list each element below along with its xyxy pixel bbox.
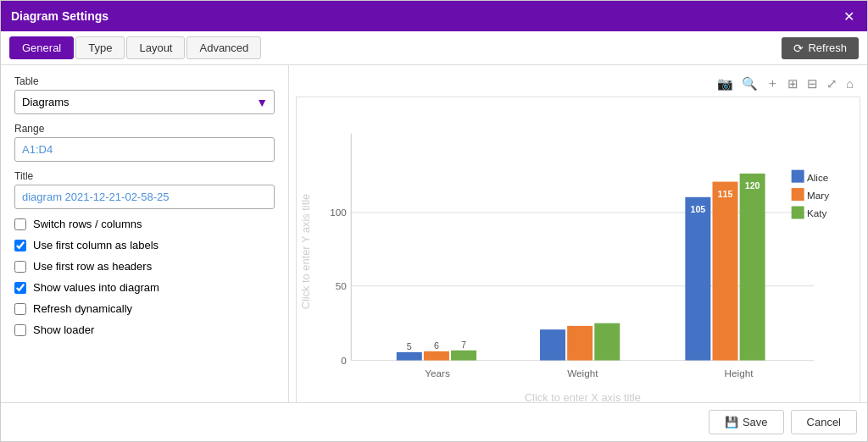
show-loader-checkbox[interactable]	[14, 324, 26, 336]
title-bar: Diagram Settings ✕	[1, 1, 867, 31]
expand-icon[interactable]: ⊞	[786, 74, 800, 93]
show-values-label: Show values into diagram	[33, 281, 159, 294]
zoom-icon[interactable]: 🔍	[740, 74, 760, 93]
svg-text:20: 20	[548, 318, 558, 329]
dialog-container: Diagram Settings ✕ General Type Layout A…	[0, 0, 868, 442]
first-row-label: Use first row as headers	[33, 260, 152, 273]
tab-type[interactable]: Type	[75, 36, 125, 59]
refresh-button[interactable]: ⟳ Refresh	[782, 37, 859, 59]
svg-rect-32	[792, 207, 804, 219]
first-col-checkbox[interactable]	[14, 240, 26, 251]
svg-rect-19	[685, 197, 710, 361]
first-col-label: Use first column as labels	[33, 239, 159, 251]
svg-rect-9	[424, 351, 449, 361]
checkbox-switch-rows: Switch rows / columns	[14, 218, 275, 230]
table-select-wrapper: Diagrams ▼	[14, 90, 275, 114]
cancel-button[interactable]: Cancel	[791, 410, 857, 434]
title-field: Title	[14, 170, 275, 209]
first-row-checkbox[interactable]	[14, 261, 26, 273]
dialog-title: Diagram Settings	[11, 9, 108, 23]
content-area: Table Diagrams ▼ Range Title Switch rows…	[1, 65, 867, 402]
svg-rect-13	[540, 329, 565, 360]
svg-rect-21	[713, 182, 738, 361]
svg-rect-28	[792, 170, 804, 183]
chart-svg: Click to enter Y axis title 0 50 100	[297, 97, 860, 402]
camera-icon[interactable]: 📷	[715, 74, 735, 93]
chart-area: Click to enter Y axis title 0 50 100	[296, 97, 860, 402]
svg-rect-15	[567, 326, 593, 361]
svg-text:Weight: Weight	[567, 367, 598, 378]
svg-rect-11	[451, 351, 476, 361]
cancel-label: Cancel	[807, 416, 841, 428]
checkbox-refresh-dyn: Refresh dynamically	[14, 302, 275, 315]
svg-text:100: 100	[330, 207, 347, 218]
save-button[interactable]: 💾 Save	[709, 410, 784, 434]
show-loader-label: Show loader	[33, 323, 94, 336]
svg-text:24: 24	[602, 312, 612, 322]
refresh-label: Refresh	[808, 41, 847, 54]
tab-general[interactable]: General	[9, 36, 74, 59]
tab-layout[interactable]: Layout	[126, 36, 185, 59]
close-button[interactable]: ✕	[840, 8, 857, 25]
svg-text:0: 0	[341, 355, 347, 366]
right-panel: 📷 🔍 ＋ ⊞ ⊟ ⤢ ⌂ Click to enter Y axis titl…	[289, 65, 867, 402]
svg-text:Alice: Alice	[807, 172, 829, 183]
save-icon: 💾	[725, 416, 738, 428]
title-input[interactable]	[14, 185, 275, 209]
svg-text:5: 5	[407, 341, 412, 351]
svg-text:7: 7	[461, 340, 466, 350]
svg-rect-7	[397, 352, 422, 361]
show-values-checkbox[interactable]	[14, 282, 26, 294]
x-axis-title-text[interactable]: Click to enter X axis title	[525, 391, 641, 402]
checkbox-first-col: Use first column as labels	[14, 239, 275, 251]
tab-advanced[interactable]: Advanced	[186, 36, 261, 59]
svg-text:Years: Years	[425, 367, 450, 378]
refresh-dyn-label: Refresh dynamically	[33, 302, 132, 315]
add-icon[interactable]: ＋	[765, 74, 781, 93]
table-select[interactable]: Diagrams	[14, 90, 275, 114]
footer: 💾 Save Cancel	[1, 402, 867, 441]
y-axis-title-text[interactable]: Click to enter Y axis title	[299, 194, 312, 310]
checkbox-show-loader: Show loader	[14, 323, 275, 336]
checkbox-first-row: Use first row as headers	[14, 260, 275, 273]
fullscreen-icon[interactable]: ⤢	[825, 74, 839, 93]
svg-rect-17	[594, 323, 620, 361]
home-icon[interactable]: ⌂	[844, 74, 855, 93]
range-label: Range	[14, 123, 275, 135]
svg-text:50: 50	[336, 280, 348, 291]
minus-icon[interactable]: ⊟	[805, 74, 820, 93]
chart-toolbar: 📷 🔍 ＋ ⊞ ⊟ ⤢ ⌂	[296, 72, 860, 97]
svg-text:105: 105	[690, 204, 705, 214]
svg-text:22: 22	[575, 315, 585, 325]
table-field: Table Diagrams ▼	[14, 75, 275, 114]
switch-rows-label: Switch rows / columns	[33, 218, 142, 230]
svg-rect-23	[740, 174, 765, 361]
checkbox-show-values: Show values into diagram	[14, 281, 275, 294]
tabs-bar: General Type Layout Advanced ⟳ Refresh	[1, 31, 867, 65]
refresh-icon: ⟳	[793, 41, 804, 55]
table-label: Table	[14, 75, 275, 87]
svg-text:115: 115	[718, 189, 733, 199]
svg-text:120: 120	[745, 180, 760, 191]
switch-rows-checkbox[interactable]	[14, 218, 26, 230]
refresh-dyn-checkbox[interactable]	[14, 303, 26, 315]
svg-text:Katy: Katy	[807, 207, 827, 218]
title-label: Title	[14, 170, 275, 182]
range-input[interactable]	[14, 137, 275, 162]
svg-text:Height: Height	[725, 367, 754, 378]
svg-text:6: 6	[434, 340, 439, 351]
svg-rect-30	[792, 188, 804, 201]
save-label: Save	[743, 416, 768, 428]
svg-text:Mary: Mary	[807, 190, 829, 201]
left-panel: Table Diagrams ▼ Range Title Switch rows…	[1, 65, 289, 402]
range-field: Range	[14, 123, 275, 162]
